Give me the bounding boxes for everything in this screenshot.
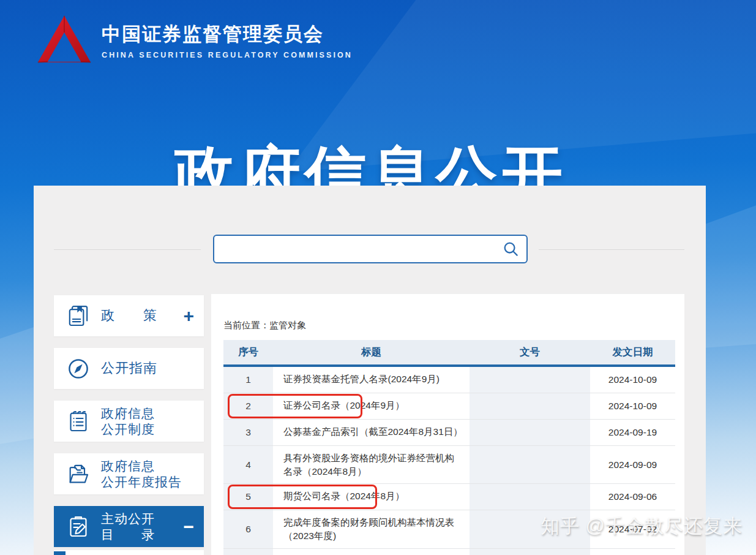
sidebar-item-label: 政府信息公开年度报告	[101, 458, 192, 489]
table-row: 6 完成年度备案的财务顾问机构基本情况表（2023年度) 2024-07-02	[223, 510, 675, 548]
main-content: 当前位置：监管对象 序号 标题 文号 发文日期 1 证券投资基金托管人名录(20…	[211, 294, 684, 555]
document-link[interactable]: 证券投资基金托管人名录(2024年9月)	[283, 374, 440, 384]
sidebar-item-disclosure-guide[interactable]: 公开指南	[54, 348, 204, 389]
doc-number-cell	[470, 393, 590, 419]
sidebar-submenu-stub[interactable]	[54, 550, 204, 555]
sidebar-item-label: 政府信息公开制度	[101, 406, 192, 437]
table-row: 5 期货公司名录（2024年8月） 2024-09-06	[223, 484, 675, 510]
date-cell: 2024-10-09	[590, 393, 675, 419]
table-row: 4 具有外资股业务资格的境外证券经营机构名录（2024年8月） 2024-09-…	[223, 446, 675, 484]
search-box	[213, 235, 528, 263]
breadcrumb-current: 监管对象	[269, 320, 306, 330]
document-link[interactable]: 期货公司名录（2024年8月）	[283, 491, 405, 501]
doc-number-cell	[470, 549, 590, 555]
sidebar: 政 策 + 公开指南	[54, 295, 204, 555]
clipboard-icon	[66, 515, 91, 539]
expand-toggle[interactable]: +	[183, 307, 194, 325]
sidebar-item-annual-report[interactable]: 政府信息公开年度报告	[54, 453, 204, 494]
sidebar-item-disclosure-system[interactable]: 政府信息公开制度	[54, 401, 204, 442]
date-cell	[590, 549, 675, 555]
site-header: 中国证券监督管理委员会 CHINA SECURITIES REGULATORY …	[37, 13, 353, 70]
column-header-no: 序号	[223, 345, 273, 359]
sidebar-item-label: 主动公开目 录	[101, 511, 181, 542]
table-row: 2 证券公司名录（2024年9月） 2024-10-09	[223, 393, 675, 420]
column-header-title: 标题	[273, 345, 470, 359]
date-cell: 2024-09-09	[590, 446, 675, 483]
document-link[interactable]: 具有外资股业务资格的境外证券经营机构名录（2024年8月）	[283, 453, 454, 477]
compass-icon	[66, 357, 91, 381]
submenu-marker	[54, 551, 65, 555]
column-header-date: 发文日期	[590, 345, 675, 359]
document-link[interactable]: 证券公司名录（2024年9月）	[283, 400, 405, 410]
doc-number-cell	[470, 446, 590, 483]
divider-line-left	[54, 249, 201, 250]
column-header-doc-no: 文号	[470, 345, 590, 359]
row-number-cell: 6	[223, 510, 273, 548]
sidebar-item-policy[interactable]: 政 策 +	[54, 295, 204, 336]
date-cell: 2024-09-19	[590, 420, 675, 445]
org-name-cn: 中国证券监督管理委员会	[102, 24, 353, 45]
table-row: 7 关于做好律师事务所从事证券法律业务备案工作重大事项	[223, 549, 675, 555]
content-panel: 政 策 + 公开指南	[34, 186, 706, 555]
org-names: 中国证券监督管理委员会 CHINA SECURITIES REGULATORY …	[102, 24, 353, 59]
notebook-icon	[66, 409, 91, 434]
doc-number-cell	[470, 367, 590, 393]
document-link[interactable]: 完成年度备案的财务顾问机构基本情况表（2023年度)	[283, 517, 454, 541]
document-link[interactable]: 公募基金产品索引（截至2024年8月31日）	[283, 426, 463, 437]
table-row: 3 公募基金产品索引（截至2024年8月31日） 2024-09-19	[223, 420, 675, 446]
doc-number-cell	[470, 510, 590, 548]
divider-line-right	[539, 249, 684, 250]
doc-number-cell	[470, 420, 590, 445]
row-number-cell: 7	[223, 549, 273, 555]
search-button[interactable]	[495, 236, 526, 262]
date-cell: 2024-10-09	[590, 367, 675, 393]
sidebar-item-label: 公开指南	[101, 360, 192, 377]
folder-icon	[66, 462, 91, 486]
breadcrumb-label: 当前位置：	[223, 320, 269, 330]
table-row: 1 证券投资基金托管人名录(2024年9月) 2024-10-09	[223, 367, 675, 393]
row-number-cell: 3	[223, 420, 273, 445]
org-name-en: CHINA SECURITIES REGULATORY COMMISSION	[102, 51, 353, 59]
row-number-cell: 4	[223, 446, 273, 483]
row-number-cell: 1	[223, 367, 273, 393]
date-cell: 2024-09-06	[590, 484, 675, 510]
search-icon	[503, 241, 519, 257]
row-number-cell: 5	[223, 484, 273, 510]
table-header-row: 序号 标题 文号 发文日期	[223, 340, 675, 367]
collapse-toggle[interactable]: −	[183, 518, 194, 536]
row-number-cell: 2	[223, 393, 273, 419]
documents-table: 序号 标题 文号 发文日期 1 证券投资基金托管人名录(2024年9月) 202…	[223, 340, 675, 555]
csrc-logo-icon	[37, 13, 92, 70]
sidebar-item-active-disclosure-catalog[interactable]: 主动公开目 录 −	[54, 506, 204, 547]
breadcrumb: 当前位置：监管对象	[223, 320, 306, 331]
sidebar-item-label: 政 策	[101, 308, 181, 324]
doc-number-cell	[470, 484, 590, 510]
date-cell: 2024-07-02	[590, 510, 675, 548]
book-icon	[66, 304, 91, 328]
search-input[interactable]	[214, 236, 495, 262]
